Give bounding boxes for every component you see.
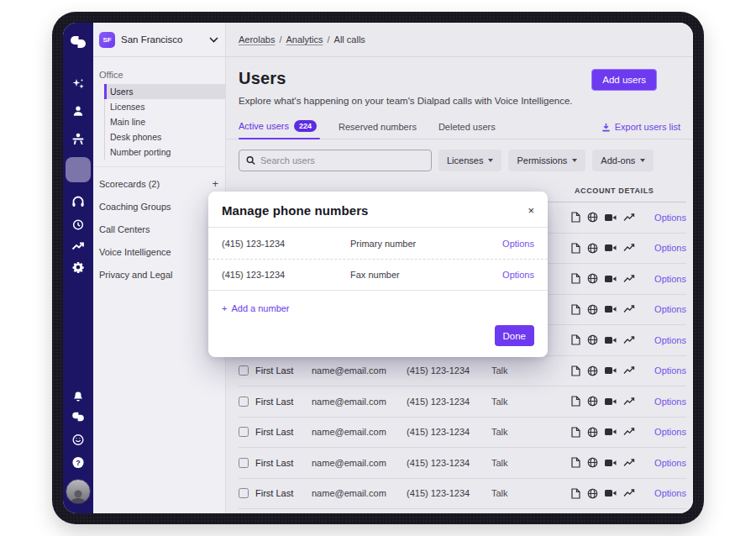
analytics-icon: [623, 244, 635, 252]
headset-icon[interactable]: [71, 195, 85, 208]
user-email: name@email.com: [312, 397, 407, 407]
account-detail-icons: [571, 365, 635, 376]
analytics-icon: [623, 428, 635, 436]
phone-options-link[interactable]: Options: [502, 270, 534, 280]
trending-icon[interactable]: [71, 241, 85, 251]
office-sidebar: SF San Francisco Office Users Licenses M…: [93, 23, 226, 513]
dialpad-logo-icon[interactable]: [70, 35, 87, 49]
row-options-link[interactable]: Options: [654, 488, 686, 498]
search-icon: [246, 155, 255, 166]
user-icon[interactable]: [72, 105, 85, 118]
sidebar-item-number-porting[interactable]: Number porting: [105, 145, 225, 160]
sidebar-item-main-line[interactable]: Main line: [105, 114, 225, 129]
addons-filter-button[interactable]: Add-ons: [592, 150, 654, 171]
video-icon: [605, 336, 617, 344]
globe-icon: [587, 273, 598, 284]
sidebar-item-users[interactable]: Users: [105, 84, 225, 99]
row-options-link[interactable]: Options: [654, 243, 686, 253]
office-tree: Users Licenses Main line Desk phones Num…: [104, 84, 225, 160]
video-icon: [605, 428, 617, 436]
account-detail-icons: [571, 396, 635, 407]
notification-bell-icon[interactable]: [72, 389, 85, 402]
tab-active-users[interactable]: Active users 224: [239, 120, 317, 139]
close-icon[interactable]: ×: [528, 205, 534, 216]
sidebar-item-scorecards[interactable]: Scorecards (2) +: [93, 172, 225, 195]
sidebar-item-call-centers[interactable]: Call Centers: [93, 218, 225, 240]
row-options-link[interactable]: Options: [654, 274, 686, 284]
settings-gear-icon[interactable]: [72, 261, 84, 273]
globe-icon: [587, 334, 598, 345]
user-name: First Last: [252, 458, 312, 468]
globe-icon: [587, 243, 598, 254]
row-checkbox[interactable]: [239, 458, 249, 468]
row-options-link[interactable]: Options: [654, 397, 686, 407]
licenses-filter-button[interactable]: Licenses: [438, 150, 501, 171]
globe-icon: [587, 212, 598, 223]
phone-number: (415) 123-1234: [222, 239, 350, 249]
row-options-link[interactable]: Options: [654, 458, 686, 468]
phone-number-row: (415) 123-1234 Fax number Options: [208, 259, 548, 290]
analytics-icon: [623, 275, 635, 283]
row-options-link[interactable]: Options: [654, 365, 686, 376]
account-detail-icons: [571, 427, 635, 438]
row-checkbox[interactable]: [239, 365, 249, 376]
manage-phone-numbers-modal: Manage phone numbers × (415) 123-1234 Pr…: [208, 192, 548, 357]
done-button[interactable]: Done: [495, 325, 535, 346]
video-icon: [605, 366, 617, 375]
table-row: First Last name@email.com (415) 123-1234…: [239, 479, 686, 510]
phone-number-list: (415) 123-1234 Primary number Options (4…: [208, 228, 548, 291]
search-users-input[interactable]: [260, 155, 424, 166]
front-desk-icon[interactable]: [71, 133, 85, 145]
tab-deleted-users[interactable]: Deleted users: [438, 122, 496, 139]
account-detail-icons: [571, 212, 635, 223]
modal-title: Manage phone numbers: [222, 203, 528, 218]
table-row: First Last name@email.com (415) 123-1234…: [239, 418, 686, 449]
globe-icon: [587, 427, 598, 438]
user-license: Talk: [491, 365, 571, 376]
globe-icon: [587, 304, 598, 315]
file-icon: [571, 488, 580, 499]
table-row: First Last name@email.com (415) 123-1234…: [239, 386, 686, 418]
org-name: San Francisco: [121, 34, 209, 45]
row-options-link[interactable]: Options: [654, 335, 686, 345]
breadcrumb-analytics[interactable]: Analytics: [286, 34, 323, 45]
user-name: First Last: [252, 427, 312, 437]
table-row: First Last name@email.com (415) 123-1234…: [239, 448, 686, 479]
sidebar-item-voice-intelligence[interactable]: Voice Intelligence: [93, 240, 225, 263]
row-options-link[interactable]: Options: [654, 427, 686, 437]
row-checkbox[interactable]: [239, 488, 249, 498]
org-switcher[interactable]: SF San Francisco: [93, 23, 225, 57]
sparkles-icon[interactable]: [71, 77, 85, 91]
add-users-button[interactable]: Add users: [591, 69, 657, 91]
dialpad-small-icon[interactable]: [71, 412, 85, 422]
history-icon[interactable]: [72, 218, 85, 231]
row-options-link[interactable]: Options: [654, 213, 686, 223]
feedback-smiley-icon[interactable]: [72, 434, 85, 446]
search-users-box[interactable]: [239, 150, 432, 171]
video-icon: [605, 459, 617, 467]
sidebar-item-licenses[interactable]: Licenses: [105, 99, 225, 114]
help-icon[interactable]: ?: [72, 456, 85, 469]
phone-options-link[interactable]: Options: [502, 239, 534, 249]
breadcrumb-aerolabs[interactable]: Aerolabs: [239, 34, 275, 45]
tabs: Active users 224 Reserved numbers Delete…: [226, 119, 693, 139]
video-icon: [605, 213, 617, 222]
user-avatar[interactable]: [66, 479, 91, 504]
table-row: First Last name@email.com (415) 123-1234…: [239, 356, 686, 387]
page-header: Users Explore what's happening on your t…: [226, 57, 693, 106]
add-scorecard-icon[interactable]: +: [212, 178, 218, 189]
svg-text:?: ?: [76, 459, 80, 467]
tab-reserved-numbers[interactable]: Reserved numbers: [339, 122, 417, 139]
user-email: name@email.com: [312, 427, 407, 437]
file-icon: [571, 396, 580, 407]
row-options-link[interactable]: Options: [654, 304, 686, 314]
active-section-indicator[interactable]: [66, 157, 91, 182]
row-checkbox[interactable]: [239, 397, 249, 407]
sidebar-item-privacy-legal[interactable]: Privacy and Legal: [93, 263, 225, 286]
row-checkbox[interactable]: [239, 427, 249, 437]
add-number-link[interactable]: + Add a number: [222, 303, 290, 313]
sidebar-item-coaching-groups[interactable]: Coaching Groups: [93, 195, 225, 218]
sidebar-item-desk-phones[interactable]: Desk phones: [105, 129, 225, 145]
export-users-link[interactable]: Export users list: [601, 122, 680, 139]
permissions-filter-button[interactable]: Permissions: [508, 150, 585, 171]
